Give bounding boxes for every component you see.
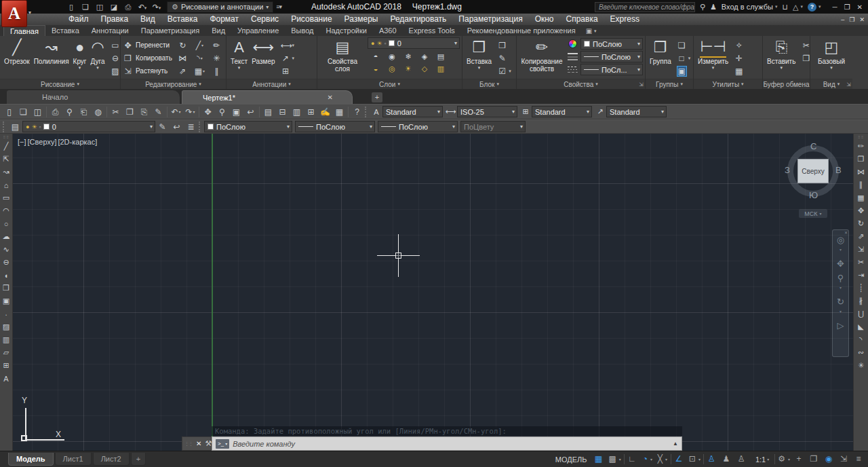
id-point-icon[interactable]: ✛ (732, 52, 745, 64)
viewcube-south[interactable]: Ю (809, 190, 818, 200)
zoom-previous-icon[interactable]: ↩▾ (243, 105, 258, 118)
object-color-select[interactable]: ПоСлою ▾ (580, 38, 643, 50)
scale-icon[interactable]: ⇗ (855, 230, 867, 243)
linetype-select[interactable]: ПоСл... ▾ (580, 64, 643, 75)
viewcube-east[interactable]: В (835, 165, 842, 175)
construction-line-icon[interactable]: ⇱ (0, 153, 12, 166)
layer-lock-icon[interactable]: ◈ (416, 50, 433, 62)
insert-block-icon[interactable]: ❒ (0, 282, 12, 295)
undo-icon[interactable]: ↶▾ (136, 1, 149, 12)
app-store-cart-icon[interactable]: ⊔ (782, 3, 788, 12)
menu-view[interactable]: Вид (134, 14, 161, 25)
menu-help[interactable]: Справка (560, 14, 604, 25)
panel-annotation-footer[interactable]: Аннотации▾ (226, 79, 317, 89)
layer-select[interactable]: ● ☀ ◦ 0 ▾ (22, 121, 155, 132)
panel-draw-footer[interactable]: Рисование▾ (0, 79, 120, 89)
ortho-mode-icon[interactable]: ∟ ▾ (626, 453, 639, 466)
command-input[interactable]: >_▾ Введите команду ▲ (212, 436, 682, 451)
web-publish-icon[interactable]: ◍▾ (91, 105, 105, 118)
multileader-icon[interactable]: ↗▾ (279, 52, 296, 64)
close-tab-icon[interactable]: ✕ (328, 94, 333, 101)
linear-dimension-icon[interactable]: ⟷▾ (279, 39, 296, 52)
ribbon-tab-manage[interactable]: Управление (231, 25, 285, 36)
paste-icon[interactable]: ⎘▾ (137, 105, 151, 118)
panel-groups-footer[interactable]: Группы▾ (646, 79, 693, 89)
layer-thaw-icon[interactable]: ☀ (400, 62, 416, 75)
arc-button[interactable]: ◠ Дуга ▾ (89, 37, 107, 79)
doc-minimize-button[interactable]: ‒ (841, 16, 844, 23)
menu-modify[interactable]: Редактировать (384, 14, 452, 25)
move-icon[interactable]: ✥ (855, 204, 867, 217)
polyline-icon[interactable]: ↝ (0, 166, 12, 179)
fillet-icon[interactable]: ◝ (855, 333, 867, 346)
hatch-icon[interactable]: ▨▾ (108, 64, 120, 77)
command-prompt-icon[interactable]: >_▾ (216, 439, 229, 449)
toolbar-grip[interactable] (365, 107, 368, 117)
linetype-select[interactable]: ПоСлою ▾ (295, 121, 375, 132)
cut-icon[interactable]: ✂ (800, 39, 810, 52)
circle-icon[interactable]: ○ (0, 217, 12, 230)
make-object-layer-current-icon[interactable]: ✎ (155, 120, 170, 133)
array-icon[interactable]: ▦▾ (191, 64, 208, 77)
copy-icon[interactable]: ❐▾ (123, 105, 137, 118)
layer-on-icon[interactable]: ◒ (368, 62, 384, 75)
application-menu-button[interactable]: A (1, 0, 27, 27)
ellipse-arc-icon[interactable]: ◖ (0, 269, 12, 282)
extend-icon[interactable]: ⇥ (855, 269, 867, 282)
viewport-controls-button[interactable]: [−] (18, 138, 26, 146)
pan-icon[interactable]: ✥▾ (201, 105, 215, 118)
measure-button[interactable]: ⊢⊣ Измерить ▾ (696, 37, 730, 79)
close-icon[interactable]: ✕ (844, 230, 848, 235)
viewcube-north[interactable]: С (810, 141, 816, 151)
tool-palettes-icon[interactable]: ▥▾ (290, 105, 304, 118)
new-file-icon[interactable]: ▯▾ (2, 105, 16, 118)
isometric-drafting-icon[interactable]: ╳ ▾ (656, 453, 669, 466)
panel-block-footer[interactable]: Блок▾ (462, 79, 516, 89)
rotate-icon[interactable]: ↻ (855, 217, 867, 230)
annotation-monitor-icon[interactable]: + ▾ (793, 453, 806, 466)
apps-dropdown-icon[interactable]: ▣▾ (586, 27, 597, 36)
copy-clip-icon[interactable]: ❐ (800, 52, 810, 64)
cut-icon[interactable]: ✂▾ (108, 105, 123, 118)
clean-screen-icon[interactable]: ⇲ ▾ (837, 453, 851, 466)
new-drawing-tab-button[interactable]: + (372, 92, 382, 102)
close-window-button[interactable]: ✕ (857, 3, 863, 11)
rectangle-icon[interactable]: ▭ (0, 191, 12, 204)
command-dock-handle[interactable]: ⋮⋮ ✕ ⚒ (182, 436, 212, 451)
showmotion-icon[interactable]: ▷▾ (837, 321, 844, 331)
dimension-style-icon[interactable]: ⟷ (445, 107, 457, 116)
zoom-window-icon[interactable]: ▣▾ (229, 105, 243, 118)
toolbar-grip[interactable]: ⠿⠿ (858, 134, 864, 140)
multileader-style-icon[interactable]: ↗ (594, 107, 606, 116)
visual-style-controls-button[interactable]: [2D-каркас] (58, 138, 97, 146)
menu-tools[interactable]: Сервис (245, 14, 285, 25)
gradient-icon[interactable]: ▥ (0, 333, 12, 346)
edit-attribute-icon[interactable]: ✎▾ (496, 52, 513, 64)
stretch-icon[interactable]: ⇲ (855, 243, 867, 256)
save-as-icon[interactable]: ◪▾ (108, 1, 120, 12)
text-button[interactable]: A Текст ▾ (229, 37, 250, 79)
chamfer-icon[interactable]: ◣ (855, 320, 867, 333)
annotation-visibility-icon[interactable]: ♙ ▾ (705, 453, 719, 466)
annotation-scale-icon[interactable]: ♙ ▾ (735, 453, 749, 466)
move-button[interactable]: ✥Перенести (123, 39, 172, 52)
layer-isolate-icon[interactable]: ◉ (384, 50, 400, 62)
print-icon[interactable]: ⎙▾ (48, 105, 62, 118)
viewcube-west[interactable]: З (785, 165, 790, 175)
menu-edit[interactable]: Правка (95, 14, 135, 25)
toolbar-grip[interactable]: ⠿⠿ (3, 134, 9, 140)
ellipse-icon[interactable]: ⊖ (0, 256, 12, 269)
paste-button[interactable]: ⎘ Вставить ▾ (765, 37, 797, 79)
polyline-button[interactable]: ↝ Полилиния ▾ (32, 37, 71, 79)
menu-parametric[interactable]: Параметризация (452, 14, 528, 25)
copy-button[interactable]: ❐Копировать (123, 52, 172, 64)
auto-annotation-scale-icon[interactable]: ♟ ▾ (720, 453, 734, 466)
rectangle-icon[interactable]: ▭▾ (108, 39, 120, 52)
minimize-window-button[interactable]: ─ (833, 3, 837, 11)
arc-icon[interactable]: ◠ (0, 204, 12, 217)
pan-icon[interactable]: ✥▾ (837, 259, 844, 269)
ribbon-tab-insert[interactable]: Вставка (45, 25, 85, 36)
start-tab[interactable]: Начало ✕ (7, 90, 180, 104)
ellipse-icon[interactable]: ⊖▾ (108, 52, 120, 64)
publish-icon[interactable]: ⎗▾ (77, 105, 91, 118)
